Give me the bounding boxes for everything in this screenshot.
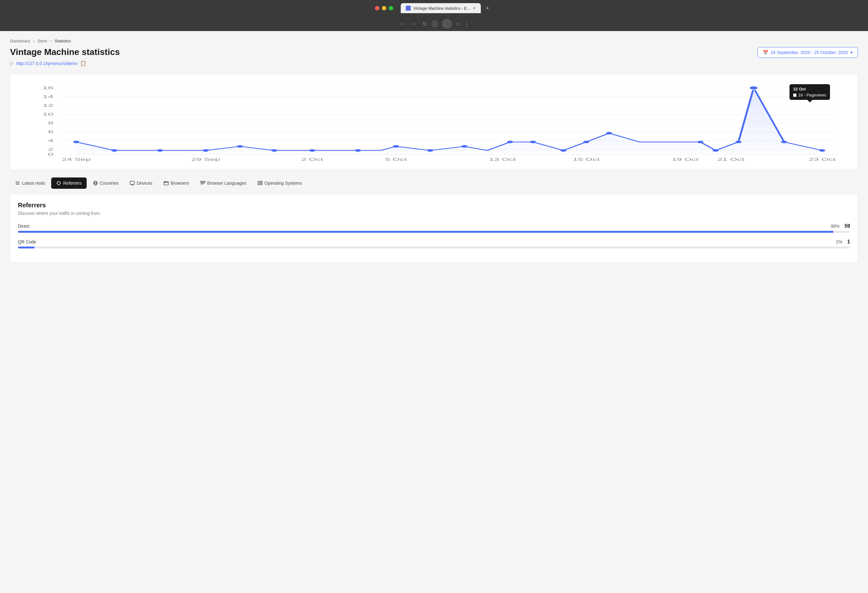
date-range-button[interactable]: 📅 24 September, 2020 - 25 October, 2020 … bbox=[757, 47, 858, 58]
pageviews-chart: 16 14 12 10 8 6 4 2 0 bbox=[15, 82, 853, 163]
crosshair-icon bbox=[56, 180, 61, 186]
svg-text:0: 0 bbox=[48, 152, 54, 157]
tab-close-button[interactable]: ✕ bbox=[472, 6, 476, 10]
svg-text:8: 8 bbox=[48, 121, 54, 125]
browser-tab[interactable]: Vintage Machine statistics - E... ✕ bbox=[401, 3, 481, 13]
minimize-traffic-light[interactable] bbox=[382, 6, 386, 10]
svg-text:16: 16 bbox=[43, 86, 53, 90]
svg-point-27 bbox=[393, 145, 399, 148]
referrer-row-direct: Direct 98% 59 bbox=[18, 223, 850, 233]
tab-browsers-label: Browsers bbox=[171, 180, 189, 186]
svg-point-35 bbox=[697, 141, 703, 143]
date-range-label: 24 September, 2020 - 25 October, 2020 bbox=[771, 50, 848, 55]
tab-operating-systems-label: Operating Systems bbox=[264, 180, 302, 186]
tab-referrers-label: Referrers bbox=[63, 180, 81, 186]
store-url-link[interactable]: http://127.0.0.1/qrmenu/s/demo bbox=[16, 61, 78, 66]
breadcrumb-dashboard[interactable]: Dashboard bbox=[10, 38, 30, 43]
referrer-count-direct: 59 bbox=[844, 223, 850, 229]
monitor-icon bbox=[130, 180, 135, 186]
svg-point-67 bbox=[165, 182, 165, 182]
svg-point-34 bbox=[606, 132, 612, 135]
referrer-percent-direct: 98% bbox=[831, 223, 839, 229]
bookmark-icon[interactable]: ☆ bbox=[456, 21, 460, 27]
svg-text:4: 4 bbox=[48, 138, 54, 143]
url-row: ▷ http://127.0.0.1/qrmenu/s/demo 📋 bbox=[10, 60, 858, 66]
breadcrumb-statistics: Statistics bbox=[55, 38, 71, 43]
traffic-lights bbox=[375, 6, 393, 10]
svg-text:24 Sep: 24 Sep bbox=[62, 157, 91, 161]
page-content: Dashboard > Store > Statistics Vintage M… bbox=[0, 31, 868, 593]
svg-point-28 bbox=[427, 149, 433, 152]
svg-text:21 Oct: 21 Oct bbox=[717, 157, 745, 161]
browser-menu-icon[interactable]: ⋮ bbox=[464, 21, 469, 27]
maximize-traffic-light[interactable] bbox=[389, 6, 393, 10]
svg-rect-68 bbox=[201, 181, 205, 182]
breadcrumb: Dashboard > Store > Statistics bbox=[10, 38, 858, 43]
svg-point-31 bbox=[530, 141, 536, 143]
referrer-row-qrcode: QR Code 2% 1 bbox=[18, 239, 850, 248]
svg-point-25 bbox=[309, 149, 315, 152]
svg-point-36 bbox=[713, 149, 719, 152]
svg-point-21 bbox=[157, 149, 163, 152]
svg-text:5 Oct: 5 Oct bbox=[385, 157, 407, 161]
svg-text:6: 6 bbox=[48, 129, 54, 134]
tab-countries-label: Countries bbox=[100, 180, 119, 186]
page-header: Vintage Machine statistics 📅 24 Septembe… bbox=[10, 47, 858, 58]
tab-browsers[interactable]: Browsers bbox=[159, 177, 194, 189]
referrer-count-qrcode: 1 bbox=[847, 239, 850, 245]
chevron-down-icon: ▾ bbox=[850, 50, 853, 55]
svg-rect-61 bbox=[130, 181, 134, 184]
tab-latest-visits[interactable]: Latest visits bbox=[10, 177, 50, 189]
svg-point-33 bbox=[583, 141, 589, 143]
svg-point-53 bbox=[57, 182, 60, 185]
reload-button[interactable]: ↻ bbox=[421, 20, 428, 28]
breadcrumb-sep-1: > bbox=[32, 38, 35, 43]
tab-devices-label: Devices bbox=[137, 180, 152, 186]
svg-text:23 Oct: 23 Oct bbox=[809, 157, 836, 161]
address-bar-row: ← → ↻ ℹ ☆ ⋮ bbox=[394, 17, 474, 31]
referrer-percent-qrcode: 2% bbox=[836, 240, 842, 244]
tab-browser-languages[interactable]: Browser Languages bbox=[195, 177, 251, 189]
svg-point-40 bbox=[819, 149, 825, 152]
tab-latest-visits-label: Latest visits bbox=[22, 180, 45, 186]
svg-point-73 bbox=[261, 182, 261, 182]
svg-point-32 bbox=[560, 149, 566, 152]
tab-favicon bbox=[406, 6, 411, 11]
referrer-progress-bg-qrcode bbox=[18, 247, 850, 248]
breadcrumb-store[interactable]: Store bbox=[37, 38, 47, 43]
new-tab-button[interactable]: + bbox=[482, 5, 493, 12]
address-bar[interactable] bbox=[442, 19, 452, 29]
tab-operating-systems[interactable]: Operating Systems bbox=[252, 177, 307, 189]
svg-point-22 bbox=[202, 149, 208, 152]
text-icon bbox=[200, 180, 205, 186]
referrer-progress-bg-direct bbox=[18, 231, 850, 233]
tab-countries[interactable]: Countries bbox=[88, 177, 124, 189]
svg-text:29 Sep: 29 Sep bbox=[191, 157, 220, 161]
svg-point-39 bbox=[781, 141, 787, 143]
svg-point-74 bbox=[261, 184, 261, 184]
svg-point-30 bbox=[507, 141, 513, 143]
tab-title: Vintage Machine statistics - E... bbox=[413, 6, 470, 11]
tab-browser-languages-label: Browser Languages bbox=[207, 180, 247, 186]
tab-devices[interactable]: Devices bbox=[125, 177, 157, 189]
referrers-title: Referrers bbox=[18, 202, 850, 209]
svg-text:2 Oct: 2 Oct bbox=[301, 157, 323, 161]
chart-container: 22 Oct 16 - Pageviews 16 14 12 10 8 6 bbox=[10, 74, 858, 170]
referrer-name-direct: Direct bbox=[18, 223, 30, 229]
back-button[interactable]: ← bbox=[399, 20, 406, 28]
forward-button[interactable]: → bbox=[410, 20, 418, 28]
info-button[interactable]: ℹ bbox=[432, 21, 438, 27]
svg-point-38 bbox=[749, 86, 758, 90]
svg-text:15 Oct: 15 Oct bbox=[573, 157, 600, 161]
copy-icon[interactable]: 📋 bbox=[80, 60, 86, 66]
referrers-subtitle: Discover where your traffic is coming fr… bbox=[18, 211, 850, 216]
page-title: Vintage Machine statistics bbox=[10, 47, 120, 57]
tabs-bar: Latest visits Referrers Countries bbox=[10, 177, 858, 189]
tab-referrers[interactable]: Referrers bbox=[51, 177, 86, 189]
svg-point-26 bbox=[355, 149, 361, 152]
svg-point-24 bbox=[271, 149, 277, 152]
list-icon bbox=[15, 180, 20, 186]
svg-text:12: 12 bbox=[43, 103, 53, 108]
calendar-icon: 📅 bbox=[763, 50, 768, 55]
close-traffic-light[interactable] bbox=[375, 6, 379, 10]
